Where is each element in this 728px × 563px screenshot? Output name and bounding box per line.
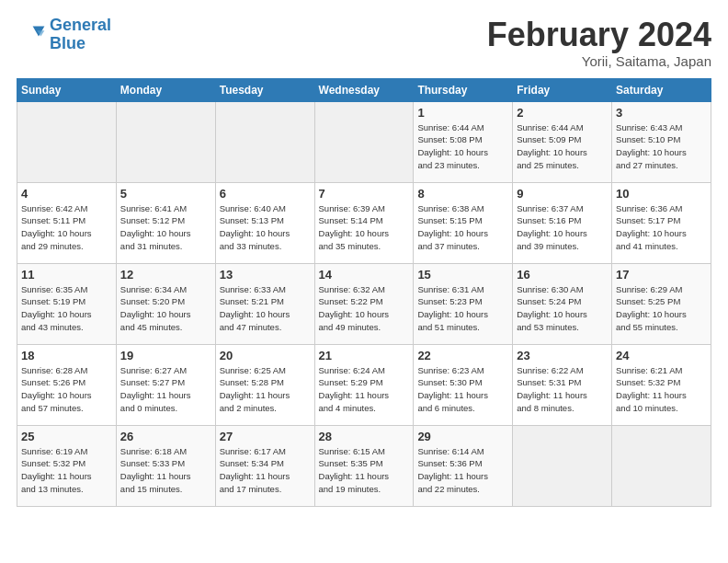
day-info: Sunrise: 6:37 AM Sunset: 5:16 PM Dayligh… [517, 202, 608, 253]
day-number: 23 [517, 349, 608, 362]
day-cell: 22Sunrise: 6:23 AM Sunset: 5:30 PM Dayli… [414, 344, 513, 425]
day-cell [116, 101, 215, 182]
day-cell: 14Sunrise: 6:32 AM Sunset: 5:22 PM Dayli… [314, 263, 414, 344]
weekday-header-thursday: Thursday [414, 78, 513, 101]
weekday-header-monday: Monday [116, 78, 215, 101]
day-info: Sunrise: 6:28 AM Sunset: 5:26 PM Dayligh… [21, 364, 112, 415]
day-number: 16 [517, 268, 608, 282]
day-cell [314, 101, 414, 182]
day-cell: 6Sunrise: 6:40 AM Sunset: 5:13 PM Daylig… [215, 182, 314, 263]
weekday-header-sunday: Sunday [17, 78, 117, 101]
day-info: Sunrise: 6:35 AM Sunset: 5:19 PM Dayligh… [21, 283, 112, 334]
day-cell: 13Sunrise: 6:33 AM Sunset: 5:21 PM Dayli… [215, 263, 314, 344]
day-number: 9 [517, 187, 608, 201]
day-info: Sunrise: 6:21 AM Sunset: 5:32 PM Dayligh… [616, 364, 707, 415]
day-cell: 4Sunrise: 6:42 AM Sunset: 5:11 PM Daylig… [17, 182, 117, 263]
day-cell: 8Sunrise: 6:38 AM Sunset: 5:15 PM Daylig… [414, 182, 513, 263]
day-cell: 19Sunrise: 6:27 AM Sunset: 5:27 PM Dayli… [116, 344, 215, 425]
day-cell: 25Sunrise: 6:19 AM Sunset: 5:32 PM Dayli… [17, 425, 117, 506]
page: General Blue February 2024 Yorii, Saitam… [0, 0, 728, 563]
title-block: February 2024 Yorii, Saitama, Japan [487, 17, 711, 69]
day-cell: 27Sunrise: 6:17 AM Sunset: 5:34 PM Dayli… [215, 425, 314, 506]
week-row-3: 18Sunrise: 6:28 AM Sunset: 5:26 PM Dayli… [17, 344, 711, 425]
day-number: 7 [319, 187, 410, 201]
logo-text: General Blue [50, 17, 111, 53]
day-cell [513, 425, 612, 506]
day-cell: 20Sunrise: 6:25 AM Sunset: 5:28 PM Dayli… [215, 344, 314, 425]
day-cell [17, 101, 117, 182]
day-info: Sunrise: 6:31 AM Sunset: 5:23 PM Dayligh… [417, 283, 508, 334]
weekday-header-tuesday: Tuesday [215, 78, 314, 101]
day-cell [612, 425, 711, 506]
week-row-0: 1Sunrise: 6:44 AM Sunset: 5:08 PM Daylig… [17, 101, 711, 182]
day-cell: 24Sunrise: 6:21 AM Sunset: 5:32 PM Dayli… [612, 344, 711, 425]
day-info: Sunrise: 6:41 AM Sunset: 5:12 PM Dayligh… [120, 202, 211, 253]
day-cell: 17Sunrise: 6:29 AM Sunset: 5:25 PM Dayli… [612, 263, 711, 344]
day-number: 11 [21, 268, 112, 282]
day-number: 3 [616, 106, 707, 120]
weekday-header-row: SundayMondayTuesdayWednesdayThursdayFrid… [17, 78, 711, 101]
day-info: Sunrise: 6:14 AM Sunset: 5:36 PM Dayligh… [417, 445, 508, 496]
day-cell: 23Sunrise: 6:22 AM Sunset: 5:31 PM Dayli… [513, 344, 612, 425]
week-row-1: 4Sunrise: 6:42 AM Sunset: 5:11 PM Daylig… [17, 182, 711, 263]
day-number: 17 [616, 268, 707, 282]
day-number: 19 [120, 349, 211, 362]
header: General Blue February 2024 Yorii, Saitam… [17, 17, 711, 69]
day-number: 1 [417, 106, 508, 120]
day-number: 22 [417, 349, 508, 362]
day-number: 25 [21, 430, 112, 443]
day-info: Sunrise: 6:43 AM Sunset: 5:10 PM Dayligh… [616, 121, 707, 172]
day-cell: 18Sunrise: 6:28 AM Sunset: 5:26 PM Dayli… [17, 344, 117, 425]
day-number: 13 [220, 268, 311, 282]
day-number: 4 [21, 187, 112, 201]
day-info: Sunrise: 6:22 AM Sunset: 5:31 PM Dayligh… [517, 364, 608, 415]
day-number: 10 [616, 187, 707, 201]
day-info: Sunrise: 6:23 AM Sunset: 5:30 PM Dayligh… [417, 364, 508, 415]
day-number: 6 [220, 187, 311, 201]
day-cell: 11Sunrise: 6:35 AM Sunset: 5:19 PM Dayli… [17, 263, 117, 344]
calendar-table: SundayMondayTuesdayWednesdayThursdayFrid… [17, 78, 711, 507]
day-info: Sunrise: 6:44 AM Sunset: 5:09 PM Dayligh… [517, 121, 608, 172]
day-cell: 2Sunrise: 6:44 AM Sunset: 5:09 PM Daylig… [513, 101, 612, 182]
day-cell [215, 101, 314, 182]
day-number: 24 [616, 349, 707, 362]
day-info: Sunrise: 6:27 AM Sunset: 5:27 PM Dayligh… [120, 364, 211, 415]
day-number: 14 [319, 268, 410, 282]
day-info: Sunrise: 6:30 AM Sunset: 5:24 PM Dayligh… [517, 283, 608, 334]
day-info: Sunrise: 6:29 AM Sunset: 5:25 PM Dayligh… [616, 283, 707, 334]
logo-line1: General [50, 16, 111, 34]
day-cell: 5Sunrise: 6:41 AM Sunset: 5:12 PM Daylig… [116, 182, 215, 263]
day-cell: 9Sunrise: 6:37 AM Sunset: 5:16 PM Daylig… [513, 182, 612, 263]
day-number: 5 [120, 187, 211, 201]
day-cell: 28Sunrise: 6:15 AM Sunset: 5:35 PM Dayli… [314, 425, 414, 506]
day-info: Sunrise: 6:40 AM Sunset: 5:13 PM Dayligh… [220, 202, 311, 253]
day-info: Sunrise: 6:19 AM Sunset: 5:32 PM Dayligh… [21, 445, 112, 496]
day-number: 29 [417, 430, 508, 443]
day-info: Sunrise: 6:18 AM Sunset: 5:33 PM Dayligh… [120, 445, 211, 496]
day-number: 27 [220, 430, 311, 443]
day-number: 18 [21, 349, 112, 362]
day-info: Sunrise: 6:17 AM Sunset: 5:34 PM Dayligh… [220, 445, 311, 496]
day-cell: 7Sunrise: 6:39 AM Sunset: 5:14 PM Daylig… [314, 182, 414, 263]
day-cell: 15Sunrise: 6:31 AM Sunset: 5:23 PM Dayli… [414, 263, 513, 344]
weekday-header-saturday: Saturday [612, 78, 711, 101]
day-info: Sunrise: 6:39 AM Sunset: 5:14 PM Dayligh… [319, 202, 410, 253]
calendar-subtitle: Yorii, Saitama, Japan [487, 53, 711, 69]
day-info: Sunrise: 6:42 AM Sunset: 5:11 PM Dayligh… [21, 202, 112, 253]
day-number: 26 [120, 430, 211, 443]
day-cell: 16Sunrise: 6:30 AM Sunset: 5:24 PM Dayli… [513, 263, 612, 344]
day-info: Sunrise: 6:32 AM Sunset: 5:22 PM Dayligh… [319, 283, 410, 334]
day-info: Sunrise: 6:25 AM Sunset: 5:28 PM Dayligh… [220, 364, 311, 415]
day-cell: 1Sunrise: 6:44 AM Sunset: 5:08 PM Daylig… [414, 101, 513, 182]
day-cell: 26Sunrise: 6:18 AM Sunset: 5:33 PM Dayli… [116, 425, 215, 506]
weekday-header-friday: Friday [513, 78, 612, 101]
day-info: Sunrise: 6:24 AM Sunset: 5:29 PM Dayligh… [319, 364, 410, 415]
day-number: 12 [120, 268, 211, 282]
week-row-4: 25Sunrise: 6:19 AM Sunset: 5:32 PM Dayli… [17, 425, 711, 506]
week-row-2: 11Sunrise: 6:35 AM Sunset: 5:19 PM Dayli… [17, 263, 711, 344]
day-cell: 3Sunrise: 6:43 AM Sunset: 5:10 PM Daylig… [612, 101, 711, 182]
calendar-title: February 2024 [487, 17, 711, 53]
day-number: 20 [220, 349, 311, 362]
day-info: Sunrise: 6:36 AM Sunset: 5:17 PM Dayligh… [616, 202, 707, 253]
day-cell: 12Sunrise: 6:34 AM Sunset: 5:20 PM Dayli… [116, 263, 215, 344]
